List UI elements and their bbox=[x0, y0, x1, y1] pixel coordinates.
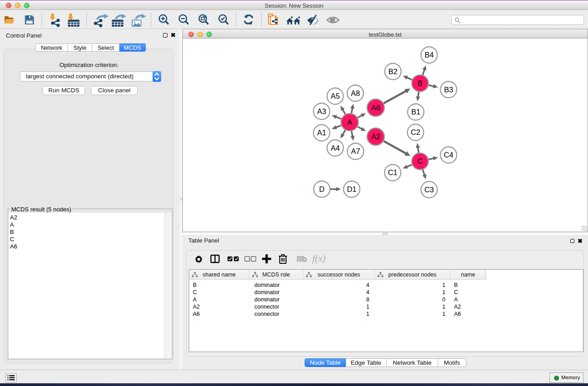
svg-text:B: B bbox=[417, 79, 422, 87]
svg-text:C3: C3 bbox=[424, 186, 434, 194]
svg-text:C: C bbox=[417, 157, 423, 165]
svg-text:B1: B1 bbox=[411, 108, 420, 116]
svg-text:A6: A6 bbox=[371, 104, 380, 112]
svg-text:B4: B4 bbox=[425, 51, 434, 59]
svg-text:A2: A2 bbox=[371, 133, 380, 141]
svg-text:A: A bbox=[347, 118, 352, 126]
svg-text:C2: C2 bbox=[411, 128, 420, 136]
svg-text:C4: C4 bbox=[444, 151, 453, 159]
svg-text:B3: B3 bbox=[444, 86, 453, 94]
svg-text:A5: A5 bbox=[330, 92, 339, 100]
svg-text:A7: A7 bbox=[351, 147, 360, 155]
svg-text:A1: A1 bbox=[317, 129, 326, 137]
svg-text:A3: A3 bbox=[317, 107, 326, 115]
svg-text:D: D bbox=[319, 185, 325, 193]
svg-text:C1: C1 bbox=[388, 168, 397, 176]
svg-text:D1: D1 bbox=[347, 185, 356, 193]
svg-text:B2: B2 bbox=[388, 67, 397, 76]
svg-text:A8: A8 bbox=[351, 89, 360, 97]
svg-text:A4: A4 bbox=[330, 144, 339, 152]
